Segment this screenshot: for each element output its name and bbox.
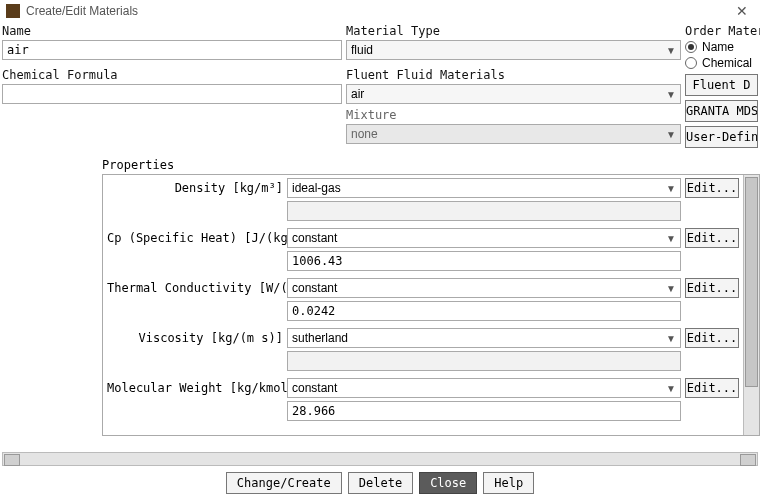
prop-method-value: sutherland xyxy=(292,331,348,345)
prop-method-select[interactable]: sutherland▼ xyxy=(287,328,681,348)
fluent-materials-select[interactable]: air ▼ xyxy=(346,84,681,104)
name-input[interactable] xyxy=(2,40,342,60)
properties-title: Properties xyxy=(102,158,760,172)
prop-value-input[interactable] xyxy=(287,201,681,221)
radio-icon xyxy=(685,57,697,69)
window-title: Create/Edit Materials xyxy=(26,4,138,18)
order-by-label: Order Materi xyxy=(685,24,758,38)
material-type-value: fluid xyxy=(351,43,373,57)
change-create-button[interactable]: Change/Create xyxy=(226,472,342,494)
close-button[interactable]: Close xyxy=(419,472,477,494)
prop-value-input[interactable] xyxy=(287,351,681,371)
prop-method-value: constant xyxy=(292,381,337,395)
app-icon xyxy=(6,4,20,18)
scrollbar-thumb[interactable] xyxy=(745,177,758,387)
prop-label: Density [kg/m³] xyxy=(107,181,287,195)
prop-edit-button[interactable]: Edit... xyxy=(685,378,739,398)
chevron-down-icon: ▼ xyxy=(666,129,676,140)
chevron-down-icon: ▼ xyxy=(666,383,676,394)
name-label: Name xyxy=(2,24,342,38)
prop-value-input[interactable] xyxy=(287,301,681,321)
mixture-select: none ▼ xyxy=(346,124,681,144)
vertical-scrollbar[interactable] xyxy=(743,175,759,435)
chevron-down-icon: ▼ xyxy=(666,233,676,244)
prop-value-input[interactable] xyxy=(287,251,681,271)
prop-edit-button[interactable]: Edit... xyxy=(685,228,739,248)
prop-edit-button[interactable]: Edit... xyxy=(685,178,739,198)
horizontal-scrollbar[interactable] xyxy=(2,452,758,466)
prop-method-select[interactable]: constant▼ xyxy=(287,278,681,298)
prop-value-input[interactable] xyxy=(287,401,681,421)
delete-button[interactable]: Delete xyxy=(348,472,413,494)
prop-edit-button[interactable]: Edit... xyxy=(685,328,739,348)
chevron-down-icon: ▼ xyxy=(666,45,676,56)
prop-label: Thermal Conductivity [W/(m K)] xyxy=(107,281,287,295)
prop-method-value: constant xyxy=(292,281,337,295)
radio-chemical-label: Chemical xyxy=(702,56,752,70)
chevron-down-icon: ▼ xyxy=(666,333,676,344)
fluent-materials-label: Fluent Fluid Materials xyxy=(346,68,681,82)
mixture-label: Mixture xyxy=(346,108,681,122)
fluent-materials-value: air xyxy=(351,87,364,101)
footer: Change/Create Delete Close Help xyxy=(0,472,760,494)
prop-method-value: constant xyxy=(292,231,337,245)
chevron-down-icon: ▼ xyxy=(666,183,676,194)
mixture-value: none xyxy=(351,127,378,141)
prop-label: Viscosity [kg/(m s)] xyxy=(107,331,287,345)
material-type-select[interactable]: fluid ▼ xyxy=(346,40,681,60)
properties-panel: Density [kg/m³]ideal-gas▼Edit...Cp (Spec… xyxy=(102,174,760,436)
close-icon[interactable]: ✕ xyxy=(730,3,754,19)
fluent-db-button[interactable]: Fluent D xyxy=(685,74,758,96)
formula-input[interactable] xyxy=(2,84,342,104)
user-defined-button[interactable]: User-Define xyxy=(685,126,758,148)
titlebar: Create/Edit Materials ✕ xyxy=(0,0,760,22)
prop-method-select[interactable]: constant▼ xyxy=(287,228,681,248)
prop-method-select[interactable]: constant▼ xyxy=(287,378,681,398)
help-button[interactable]: Help xyxy=(483,472,534,494)
chevron-down-icon: ▼ xyxy=(666,283,676,294)
material-type-label: Material Type xyxy=(346,24,681,38)
formula-label: Chemical Formula xyxy=(2,68,342,82)
prop-label: Molecular Weight [kg/kmol] xyxy=(107,381,287,395)
granta-mds-button[interactable]: GRANTA MDS xyxy=(685,100,758,122)
chevron-down-icon: ▼ xyxy=(666,89,676,100)
prop-method-value: ideal-gas xyxy=(292,181,341,195)
prop-method-select[interactable]: ideal-gas▼ xyxy=(287,178,681,198)
radio-icon xyxy=(685,41,697,53)
radio-name-label: Name xyxy=(702,40,734,54)
order-by-chemical-radio[interactable]: Chemical xyxy=(685,56,758,70)
prop-edit-button[interactable]: Edit... xyxy=(685,278,739,298)
order-by-name-radio[interactable]: Name xyxy=(685,40,758,54)
prop-label: Cp (Specific Heat) [J/(kg K)] xyxy=(107,231,287,245)
